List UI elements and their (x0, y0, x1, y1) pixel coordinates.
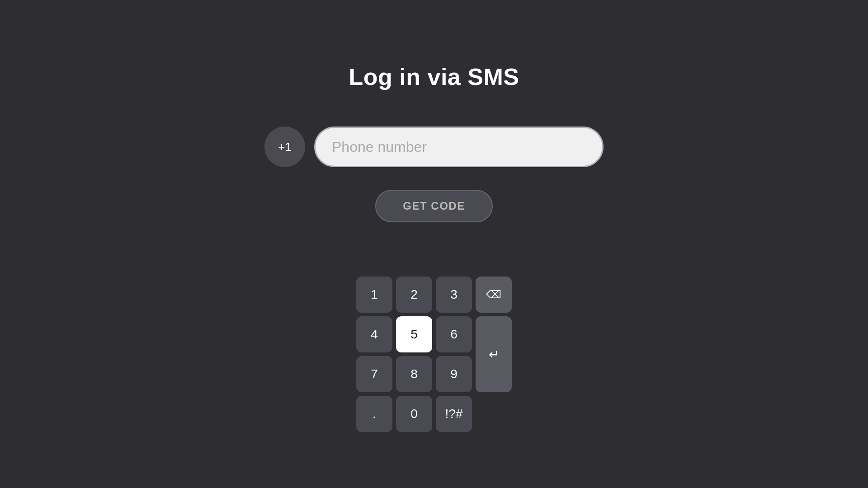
phone-input-wrapper (314, 127, 604, 167)
country-code-button[interactable]: +1 (264, 127, 305, 167)
numpad-key-backspace[interactable]: ⌫ (476, 277, 512, 313)
numpad-key-enter[interactable]: ↵ (476, 316, 512, 392)
numpad-key-2[interactable]: 2 (396, 277, 432, 313)
numpad-key-1[interactable]: 1 (356, 277, 392, 313)
numpad: 1 2 3 ⌫ 4 5 6 ↵ 7 8 9 . 0 !?# (356, 277, 512, 432)
enter-icon: ↵ (489, 347, 499, 362)
numpad-key-special[interactable]: !?# (436, 396, 472, 432)
numpad-key-dot[interactable]: . (356, 396, 392, 432)
numpad-key-8[interactable]: 8 (396, 356, 432, 392)
input-row: +1 (264, 127, 604, 167)
get-code-button[interactable]: GET CODE (375, 190, 493, 222)
numpad-key-3[interactable]: 3 (436, 277, 472, 313)
numpad-key-9[interactable]: 9 (436, 356, 472, 392)
backspace-icon: ⌫ (486, 288, 501, 301)
numpad-key-6[interactable]: 6 (436, 316, 472, 352)
numpad-key-7[interactable]: 7 (356, 356, 392, 392)
numpad-key-0[interactable]: 0 (396, 396, 432, 432)
numpad-key-4[interactable]: 4 (356, 316, 392, 352)
numpad-key-5[interactable]: 5 (396, 316, 432, 352)
page-title: Log in via SMS (349, 63, 519, 90)
phone-input[interactable] (332, 139, 586, 155)
